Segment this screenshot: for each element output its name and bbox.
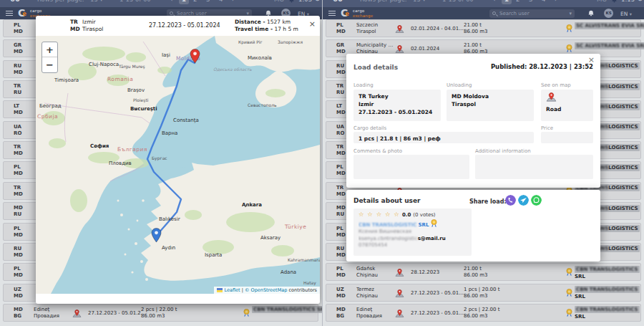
route-pin-icon (395, 269, 404, 277)
unloading-label: Unloading (447, 82, 472, 88)
company-name[interactable]: CBN TRANSLOGISTICSSRL (575, 306, 643, 320)
whatsapp-share-icon[interactable] (531, 195, 542, 206)
page-button-2[interactable]: 2 (516, 0, 519, 7)
map-label: Бургас (152, 155, 167, 160)
route-pin-icon (395, 289, 404, 297)
load-dates: 27.12.2023 - 05.01.... (411, 290, 465, 297)
route-codes: MDBG (336, 307, 353, 320)
destination-marker[interactable] (190, 49, 200, 64)
route-codes: TRMD (14, 185, 31, 198)
page-button-4[interactable]: 4 (219, 0, 223, 7)
language-selector[interactable]: EN ▾ (620, 11, 632, 17)
logo-cargo: cargo (353, 9, 364, 13)
distance-label: Distance - (235, 19, 265, 25)
map-label: Београд (39, 103, 62, 109)
next-page-button[interactable]: › (555, 0, 557, 7)
search-icon (492, 11, 496, 15)
route-codes: PLMD (14, 22, 31, 35)
company-name[interactable]: SC ALVISTRANS EVIA SRL (575, 42, 643, 49)
load-dates: 27.12.2023 - 05.01.2... (88, 310, 142, 317)
page-button-2[interactable]: 2 (193, 0, 197, 7)
load-row[interactable]: PLMDGdańskChişinau28.12.202321.00 t86.00… (326, 263, 641, 281)
map-label: Пловдив (109, 160, 132, 166)
pagination-toolbar: 60 Rows per page: 15 ▾ 1-15 of 60 ‹ 1 2 … (323, 0, 644, 7)
route-codes: LTMD (14, 103, 31, 116)
search-box[interactable]: ▾ (489, 9, 575, 18)
leaflet-map[interactable]: Кривий РігЗапоріжжяМиколаївОдеська облас… (36, 36, 320, 294)
chevron-down-icon: ▾ (630, 11, 632, 17)
origin-marker[interactable] (151, 228, 162, 243)
avatar[interactable]: KS (604, 9, 613, 18)
map-label: Ankara (242, 202, 262, 208)
notifications-bell-icon[interactable] (587, 9, 595, 17)
map-label: Ploieşti (133, 97, 148, 102)
route-codes: UZMD (336, 287, 353, 299)
leaflet-link[interactable]: Leaflet (224, 287, 240, 293)
close-icon[interactable]: × (309, 19, 316, 29)
map-label: Timişoara (54, 77, 79, 83)
zoom-out-button[interactable]: − (42, 57, 57, 72)
route-endpoints: TRIzmir MDTiraspol (70, 19, 103, 33)
company-name-link[interactable]: SRL (419, 222, 429, 228)
email-blurred-part: ksenya.cbntranslogistic (358, 236, 418, 241)
route-dates: 27.12.2023 - 05.01.2024 (149, 22, 220, 29)
verified-badge-icon (566, 24, 572, 33)
refresh-icon[interactable]: ⟳ (638, 0, 644, 7)
map-label: Braşov (127, 87, 145, 93)
timer-value: 1:15 (621, 0, 635, 7)
company-name[interactable]: SC ALVISTRANS EVIA SRL (575, 22, 643, 29)
map-label: България (117, 146, 147, 153)
dialog-title: Load details (353, 64, 398, 71)
load-cargo: 21.00 t86.00 m3 (464, 22, 530, 35)
viber-share-icon[interactable] (505, 195, 516, 206)
search-input[interactable] (499, 9, 562, 18)
menu-icon[interactable] (6, 11, 13, 16)
page-button-1[interactable]: 1 (179, 0, 189, 4)
company-name[interactable]: CBN TRANSLOGISTICSSRL (575, 286, 643, 300)
load-details-card: × Load details Published: 28.12.2023 | 2… (346, 54, 600, 188)
next-page-button[interactable]: › (232, 0, 234, 7)
search-caret-icon[interactable]: ▾ (569, 11, 572, 16)
see-on-map-button[interactable]: Road (541, 90, 593, 121)
load-row[interactable]: PLMDSzczecinTiraspol02.01.2024 - 04.01..… (326, 19, 641, 37)
page-button-3[interactable]: 3 (206, 0, 210, 7)
menu-icon[interactable] (328, 11, 336, 16)
published-label: Published: (491, 63, 527, 70)
route-codes: MDRU (14, 205, 31, 218)
map-label: Варна (162, 130, 177, 136)
total-count: 60 (10, 0, 20, 7)
range-label: 1-15 of 60 (442, 0, 474, 7)
osm-link[interactable]: © OpenStreetMap (245, 287, 287, 293)
load-row[interactable]: MDBGEdineţПровадия27.12.2023 - 05.01....… (326, 304, 641, 322)
zoom-in-button[interactable]: + (42, 42, 57, 57)
logo-e: e (346, 11, 349, 17)
map-zoom-control: + − (42, 42, 58, 73)
company-name[interactable]: CBN TRANSLOGISTICSSRL (575, 266, 643, 280)
navbar: C e cargo exchange ▾ KS EN ▾ (323, 7, 644, 19)
logo-exchange: exchange (353, 14, 373, 18)
route-codes: GRMD (14, 42, 31, 55)
map-label: Запоріжжя (278, 39, 303, 44)
page-button-1[interactable]: 1 (502, 0, 512, 4)
telegram-share-icon[interactable] (518, 195, 529, 206)
map-label: Târgu Mureş (119, 64, 145, 69)
load-row[interactable]: UZMDTermezChişinau27.12.2023 - 05.01....… (326, 284, 641, 302)
map-attribution: Leaflet | © OpenStreetMap contributors (214, 287, 320, 294)
prev-page-button[interactable]: ‹ (493, 0, 495, 7)
prev-page-button[interactable]: ‹ (170, 0, 172, 7)
loading-dates: 27.12.2023 - 05.01.2024 (358, 108, 436, 116)
route-pin-icon (72, 310, 82, 317)
page-button-4[interactable]: 4 (542, 0, 545, 7)
company-name-blurred: CBN TRANSLOGISTIC (358, 222, 416, 228)
company-name[interactable]: CBN TRANSLOGISTICS SRL (252, 306, 321, 313)
page-button-3[interactable]: 3 (529, 0, 532, 7)
route-cities: EdineţПровадия (34, 307, 72, 320)
timer-bell-icon (288, 0, 295, 4)
load-row[interactable]: MDBGEdineţПровадия27.12.2023 - 05.01.2..… (3, 304, 318, 322)
rows-per-page-select[interactable]: 15 ▾ (413, 0, 426, 7)
share-load-label: Share load: (469, 198, 507, 205)
map-label: Adana (280, 269, 296, 275)
rows-per-page-select[interactable]: 15 ▾ (90, 0, 103, 7)
refresh-icon[interactable]: ⟳ (315, 0, 321, 7)
loading-value: TR Turkey Izmir 27.12.2023 - 05.01.2024 (353, 90, 441, 121)
